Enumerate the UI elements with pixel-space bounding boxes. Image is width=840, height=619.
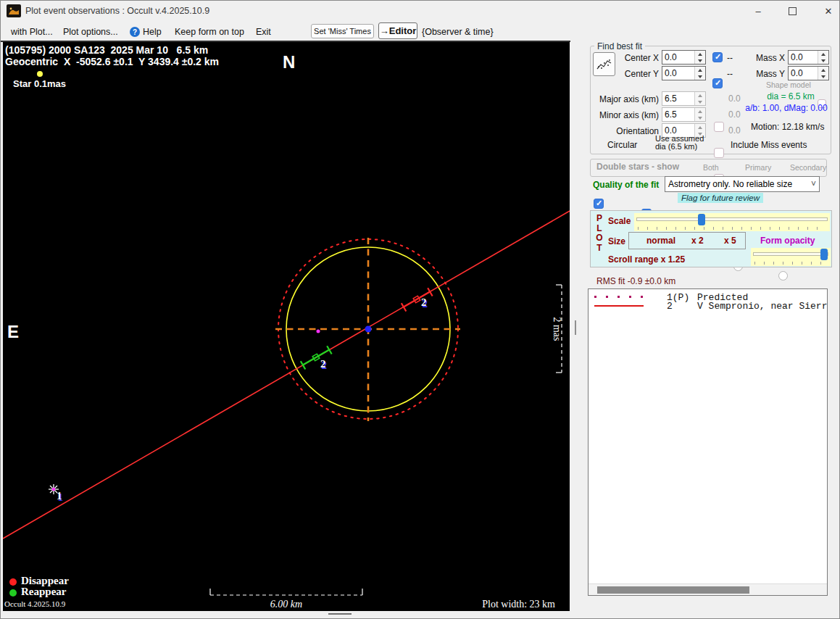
center-x-spin-buttons[interactable] [694,51,705,64]
vertical-splitter-grip[interactable] [575,320,576,335]
chord-listbox[interactable]: 1(P) Predicted 2 V Sempronio, near Sierr [588,288,828,596]
menu-bar: with Plot... Plot options... ? Help Keep… [1,21,840,41]
maximize-button[interactable] [780,3,804,19]
orientation-err: 0.0 [728,125,741,136]
scale-slider[interactable] [634,213,830,231]
occultation-plot-canvas[interactable]: 2 2 2 2 1 1 [3,42,570,611]
plot-letter-p: P [595,214,604,224]
double-stars-secondary-label: Secondary [790,163,826,172]
horizontal-splitter-grip[interactable] [328,613,352,615]
predicted-marker-label: 1 [57,490,62,502]
form-opacity-groove [753,252,828,256]
form-opacity-label: Form opacity [760,236,815,246]
double-stars-both-label: Both [703,163,719,172]
up-arrow-icon[interactable] [695,108,705,115]
reappear-marker-label: 2 [320,358,326,370]
plot-graphics: 2 2 2 2 1 1 [3,42,570,611]
reappear-legend-dot [9,589,17,597]
list-item[interactable]: 2 V Sempronio, near Sierr [594,301,823,310]
down-arrow-icon[interactable] [695,99,705,105]
quality-value: Astrometry only. No reliable size [668,179,792,189]
reappear-marker-group [301,346,332,369]
plot-letter-t: T [595,244,604,254]
mass-x-spin-buttons[interactable] [818,51,828,64]
plot-letter-o: O [595,233,604,244]
observed-solid-line-swatch [594,305,644,307]
size-normal-label: normal [646,236,675,246]
menu-keep-form-on-top[interactable]: Keep form on top [175,27,244,37]
predicted-dotted-line-swatch [594,296,644,298]
menu-plot-options[interactable]: Plot options... [63,27,118,37]
set-miss-times-button[interactable]: Set 'Miss' Times [311,24,374,38]
minor-axis-spin-buttons[interactable] [694,108,705,121]
window-title: Plot event observations : Occult v.4.202… [25,6,209,16]
mass-y-spin-buttons[interactable] [818,67,828,80]
mass-y-value: 0.0 [789,67,818,80]
major-axis-spinner[interactable]: 6.5 [662,91,706,106]
down-arrow-icon[interactable] [695,57,705,64]
quality-combobox[interactable]: Astrometry only. No reliable size ˅ [665,176,820,192]
down-arrow-icon[interactable] [818,73,828,80]
center-x-fit-checkbox[interactable] [712,52,723,62]
magenta-dot [317,330,320,333]
mass-x-spinner[interactable]: 0.0 [788,50,829,65]
plot-width-label: Plot width: 23 km [438,599,555,610]
mass-y-label: Mass Y [753,69,785,79]
center-y-spinner[interactable]: 0.0 [662,66,706,80]
up-arrow-icon[interactable] [695,51,705,57]
horizontal-scrollbar[interactable] [589,583,827,595]
scrollbar-thumb[interactable] [597,586,749,594]
orientation-label: Orientation [592,126,659,136]
mass-x-label: Mass X [753,53,785,63]
up-arrow-icon[interactable] [818,67,828,73]
minor-axis-spinner[interactable]: 6.5 [662,107,706,122]
center-y-spin-buttons[interactable] [694,67,705,80]
close-button[interactable]: ✕ [816,3,840,19]
major-axis-fit-checkbox[interactable] [714,122,724,132]
center-y-fit-flag: -- [727,69,733,79]
star-size-dot [37,71,43,77]
fit-chart-icon [596,56,612,72]
down-arrow-icon[interactable] [695,73,705,80]
center-y-label: Center Y [621,69,659,79]
size-x2-label: x 2 [691,236,704,246]
minor-axis-label: Minor axis (km) [592,110,659,120]
circular-checkbox[interactable] [594,199,604,209]
form-opacity-ticks [754,262,827,265]
north-label: N [283,52,295,72]
menu-exit[interactable]: Exit [256,27,271,37]
east-label: E [7,322,19,342]
plot-vertical-label: P L O T [595,214,604,253]
scale-slider-thumb[interactable] [698,214,705,225]
form-opacity-slider[interactable] [751,248,831,266]
up-arrow-icon[interactable] [695,124,705,130]
major-axis-spin-buttons[interactable] [694,92,705,105]
center-x-fit-flag: -- [727,53,733,63]
minimize-button[interactable]: – [746,3,770,19]
mass-y-spinner[interactable]: 0.0 [788,66,829,80]
down-arrow-icon[interactable] [818,57,828,64]
up-arrow-icon[interactable] [695,67,705,73]
center-x-label: Center X [621,53,659,63]
scale-bar-label: 6.00 km [235,599,338,610]
include-miss-label: Include Miss events [731,140,807,150]
help-icon: ? [130,27,140,37]
center-x-spinner[interactable]: 0.0 [662,50,706,65]
up-arrow-icon[interactable] [818,51,828,57]
scroll-range-label: Scroll range x 1.25 [608,254,685,265]
chevron-down-icon: ˅ [811,179,816,189]
scale-slider-groove [636,217,828,221]
menu-help[interactable]: Help [143,27,162,37]
menu-with-plot[interactable]: with Plot... [11,27,53,37]
shape-model-label: Shape model [766,80,811,89]
major-axis-value: 6.5 [662,92,694,105]
form-opacity-thumb[interactable] [820,249,828,260]
editor-button[interactable]: →Editor [378,22,417,39]
down-arrow-icon[interactable] [695,115,705,121]
minor-axis-fit-checkbox[interactable] [714,148,724,158]
center-y-fit-checkbox[interactable] [712,78,723,88]
up-arrow-icon[interactable] [695,92,705,99]
double-stars-secondary-radio[interactable] [778,271,788,281]
find-best-fit-button[interactable] [593,52,615,76]
observer-time-label: {Observer & time} [422,27,494,37]
